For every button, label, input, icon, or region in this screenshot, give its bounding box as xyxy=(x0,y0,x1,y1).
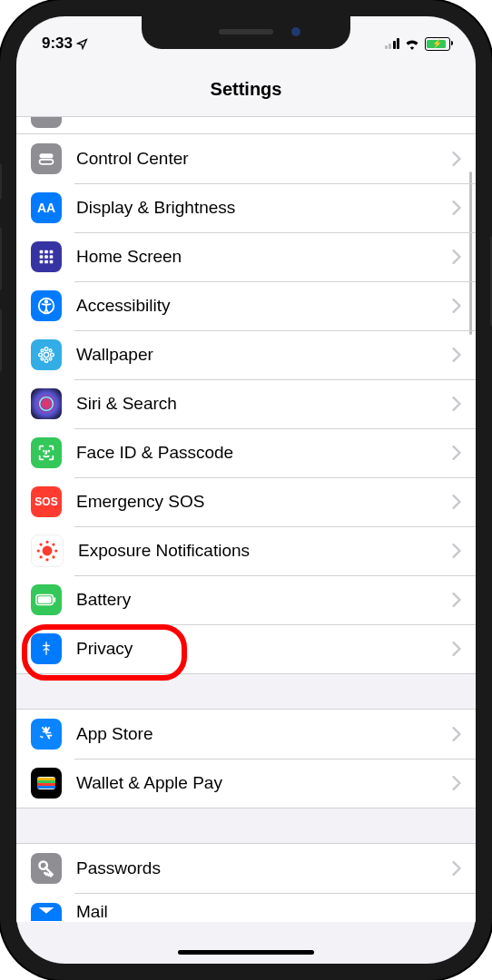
svg-rect-39 xyxy=(37,780,55,783)
row-label: Passwords xyxy=(76,858,452,878)
chevron-right-icon xyxy=(452,250,461,264)
settings-group-1: Control Center AA Display & Brightness H… xyxy=(16,134,476,673)
row-display-brightness[interactable]: AA Display & Brightness xyxy=(16,183,476,232)
row-label: Wallpaper xyxy=(76,345,452,365)
svg-point-26 xyxy=(45,541,48,544)
battery-icon-row xyxy=(31,584,62,615)
status-icons xyxy=(385,37,451,51)
row-label: Emergency SOS xyxy=(76,492,452,512)
row-faceid-passcode[interactable]: Face ID & Passcode xyxy=(16,428,476,477)
svg-rect-6 xyxy=(44,255,48,259)
svg-rect-3 xyxy=(44,250,48,254)
svg-rect-7 xyxy=(50,255,54,259)
siri-icon xyxy=(31,388,62,419)
svg-point-30 xyxy=(39,543,42,545)
svg-rect-36 xyxy=(54,597,55,603)
row-app-store[interactable]: App Store xyxy=(16,710,476,759)
svg-point-20 xyxy=(41,358,44,360)
chevron-right-icon xyxy=(452,397,461,411)
svg-rect-0 xyxy=(40,153,54,158)
svg-rect-2 xyxy=(40,250,44,254)
svg-rect-1 xyxy=(40,160,54,164)
partial-row-top[interactable] xyxy=(16,117,476,134)
group-separator xyxy=(16,808,476,844)
row-label: Accessibility xyxy=(76,296,452,316)
cellular-icon xyxy=(385,38,400,49)
row-home-screen[interactable]: Home Screen xyxy=(16,232,476,281)
svg-point-32 xyxy=(39,555,42,558)
partial-icon xyxy=(31,117,62,128)
volume-down-button xyxy=(0,309,2,372)
wifi-icon xyxy=(404,38,420,50)
row-label: Exposure Notifications xyxy=(78,541,452,561)
row-exposure-notifications[interactable]: Exposure Notifications xyxy=(16,526,476,575)
svg-point-12 xyxy=(45,300,48,303)
page-title: Settings xyxy=(16,66,476,117)
wallpaper-icon xyxy=(31,339,62,370)
svg-rect-8 xyxy=(40,260,44,264)
svg-rect-38 xyxy=(37,778,55,780)
volume-up-button xyxy=(0,227,2,290)
row-wallpaper[interactable]: Wallpaper xyxy=(16,330,476,379)
svg-point-13 xyxy=(44,352,49,358)
svg-point-21 xyxy=(49,358,52,360)
row-privacy[interactable]: Privacy xyxy=(16,624,476,673)
svg-rect-10 xyxy=(50,260,54,264)
chevron-right-icon xyxy=(452,776,461,790)
chevron-right-icon xyxy=(452,152,461,166)
row-label: Siri & Search xyxy=(76,394,452,414)
svg-point-28 xyxy=(37,549,40,552)
svg-rect-5 xyxy=(40,255,44,259)
row-accessibility[interactable]: Accessibility xyxy=(16,281,476,330)
row-control-center[interactable]: Control Center xyxy=(16,134,476,183)
row-battery[interactable]: Battery xyxy=(16,575,476,624)
display-icon: AA xyxy=(31,192,62,223)
row-siri-search[interactable]: Siri & Search xyxy=(16,379,476,428)
wallet-icon xyxy=(31,768,62,799)
svg-point-16 xyxy=(39,353,43,357)
svg-rect-40 xyxy=(37,783,55,786)
exposure-icon xyxy=(31,534,64,567)
status-time: 9:33 xyxy=(42,34,88,53)
svg-point-23 xyxy=(44,451,44,452)
battery-icon xyxy=(425,37,450,51)
svg-point-17 xyxy=(51,353,54,357)
svg-point-15 xyxy=(44,359,48,363)
mute-switch xyxy=(0,163,2,200)
row-label: App Store xyxy=(76,724,452,744)
chevron-right-icon xyxy=(452,544,461,558)
screen: 9:33 Settings xyxy=(16,16,476,964)
row-wallet-apple-pay[interactable]: Wallet & Apple Pay xyxy=(16,759,476,808)
row-label: Battery xyxy=(76,590,452,610)
accessibility-icon xyxy=(31,290,62,321)
chevron-right-icon xyxy=(452,642,461,656)
app-store-icon xyxy=(31,719,62,750)
chevron-right-icon xyxy=(452,727,461,741)
svg-point-29 xyxy=(54,549,57,552)
svg-point-31 xyxy=(52,543,54,545)
home-screen-icon xyxy=(31,241,62,272)
row-emergency-sos[interactable]: SOS Emergency SOS xyxy=(16,477,476,526)
passwords-icon xyxy=(31,853,62,884)
chevron-right-icon xyxy=(452,446,461,460)
faceid-icon xyxy=(31,437,62,468)
chevron-right-icon xyxy=(452,348,461,362)
group-separator xyxy=(16,673,476,710)
svg-point-27 xyxy=(45,558,48,561)
row-passwords[interactable]: Passwords xyxy=(16,844,476,893)
svg-point-22 xyxy=(40,397,54,411)
settings-group-2: App Store Wallet & Apple Pay xyxy=(16,710,476,808)
svg-point-18 xyxy=(41,349,44,352)
chevron-right-icon xyxy=(452,299,461,313)
row-label: Wallet & Apple Pay xyxy=(76,773,452,793)
row-label: Home Screen xyxy=(76,247,452,267)
svg-rect-41 xyxy=(37,786,55,789)
settings-list-container[interactable]: Control Center AA Display & Brightness H… xyxy=(16,117,476,964)
chevron-right-icon xyxy=(452,593,461,607)
home-indicator[interactable] xyxy=(178,950,314,955)
row-label: Privacy xyxy=(76,639,452,659)
sos-icon: SOS xyxy=(31,486,62,517)
notch xyxy=(142,16,350,49)
row-mail-partial[interactable]: Mail xyxy=(16,893,476,922)
phone-frame: 9:33 Settings xyxy=(0,0,492,980)
